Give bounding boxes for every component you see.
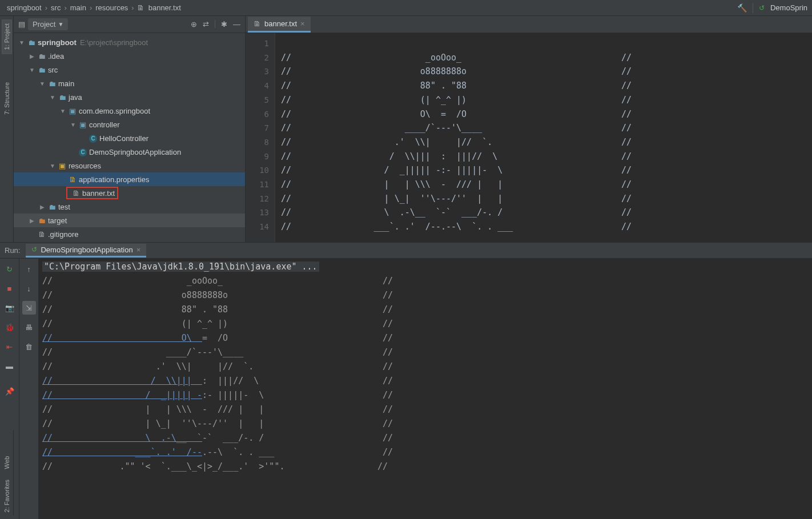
tree-label: springboot [38, 38, 77, 47]
tree-label: HelloController [99, 134, 148, 143]
breadcrumb: springboot › src › main › resources › 🗎 … [0, 0, 812, 16]
tree-arrow[interactable] [18, 39, 25, 46]
tree-label: banner.txt [82, 189, 115, 198]
chevron-down-icon: ▼ [58, 21, 63, 27]
camera-icon[interactable]: 📷 [3, 301, 17, 315]
tree-row[interactable]: CDemoSpringbootApplication [14, 145, 245, 159]
tree-row[interactable]: 🖿src [14, 63, 245, 77]
run-config-name[interactable]: DemoSprin [770, 3, 807, 12]
editor-tab[interactable]: 🗎 banner.txt × [248, 17, 311, 33]
run-config-icon: ↺ [31, 246, 37, 254]
print-icon[interactable]: 🖶 [22, 320, 36, 334]
stop-button[interactable]: ■ [3, 281, 17, 295]
tree-label: .gitignore [48, 230, 78, 239]
tree-label: java [69, 93, 82, 102]
gear-icon[interactable]: ✱ [221, 20, 227, 29]
run-config-icon: ↺ [759, 4, 765, 12]
rerun-button[interactable]: ↻ [3, 262, 17, 276]
project-panel-header: ▤ Project ▼ ⊕ ⇄ ✱ — [14, 16, 245, 33]
tree-arrow[interactable] [29, 53, 35, 59]
run-console[interactable]: "C:\Program Files\Java\jdk1.8.0_191\bin\… [39, 259, 812, 519]
tree-path: E:\project\springboot [80, 38, 148, 47]
project-view-selector[interactable]: Project ▼ [28, 18, 68, 30]
breadcrumb-item[interactable]: src [49, 3, 63, 12]
run-app-name: DemoSpringbootApplication [41, 246, 132, 254]
locate-icon[interactable]: ⊕ [191, 20, 197, 29]
tree-arrow[interactable] [59, 108, 66, 114]
tree-row[interactable]: 🗎.gitignore [14, 227, 245, 241]
breadcrumb-sep: › [63, 3, 67, 12]
editor-tab-label: banner.txt [264, 19, 297, 28]
breadcrumb-item[interactable]: banner.txt [146, 3, 183, 12]
tree-row[interactable]: 🖿main [14, 77, 245, 90]
exit-icon[interactable]: ⇤ [3, 340, 17, 353]
editor-gutter[interactable]: 1234567891011121314 [246, 33, 275, 242]
run-panel: Run: ↺ DemoSpringbootApplication × ↻ ■ 📷… [0, 242, 812, 519]
tree-arrow[interactable] [29, 67, 35, 73]
up-arrow-icon[interactable]: ↑ [22, 262, 36, 276]
breadcrumb-sep: › [44, 3, 49, 12]
tree-row[interactable]: 🖿.idea [14, 49, 245, 63]
project-tree[interactable]: 🖿springbootE:\project\springboot🖿.idea🖿s… [14, 33, 245, 242]
tree-arrow[interactable] [49, 163, 56, 169]
project-panel: ▤ Project ▼ ⊕ ⇄ ✱ — 🖿springbootE:\projec… [14, 16, 246, 242]
file-icon: 🗎 [137, 3, 144, 12]
expand-all-icon[interactable]: ⇄ [203, 20, 209, 29]
close-icon[interactable]: × [136, 246, 141, 254]
editor-area: 🗎 banner.txt × 1234567891011121314 // _o… [246, 16, 812, 242]
tree-arrow[interactable] [49, 94, 56, 100]
toolwindow-tab-project[interactable]: 1: Project [2, 19, 12, 54]
layout-icon[interactable]: ▬ [3, 359, 17, 373]
toolwindow-tab-favorites[interactable]: 2: Favorites [3, 480, 10, 512]
tree-arrow[interactable] [70, 122, 77, 128]
breadcrumb-sep: › [130, 3, 135, 12]
left-bottom-rail: Web 2: Favorites [0, 430, 14, 516]
tree-label: controller [89, 120, 119, 129]
toolwindow-tab-web[interactable]: Web [3, 456, 10, 469]
tree-row[interactable]: 🗎banner.txt [14, 186, 245, 200]
tree-arrow[interactable] [39, 204, 46, 210]
pin-icon[interactable]: 📌 [3, 384, 17, 398]
tree-row[interactable]: ▣resources [14, 159, 245, 172]
run-label: Run: [5, 246, 20, 255]
tree-label: main [58, 79, 74, 88]
tree-row[interactable]: 🖿java [14, 90, 245, 104]
tree-label: .idea [48, 52, 64, 61]
run-toolbar-secondary: ↑ ↓ ⇲ 🖶 🗑 [19, 259, 39, 519]
editor-code[interactable]: // _ooOoo_ // // o8888888o // // 88" . "… [275, 33, 812, 242]
tree-label: target [48, 216, 67, 225]
tree-row[interactable]: 🖿target [14, 214, 245, 227]
breadcrumb-sep: › [89, 3, 93, 12]
tree-label: src [48, 66, 58, 74]
build-icon[interactable]: 🔨 [737, 3, 747, 13]
project-view-icon: ▤ [18, 20, 25, 29]
toolwindow-tab-structure[interactable]: 7: Structure [3, 82, 10, 115]
breadcrumb-item[interactable]: springboot [5, 3, 44, 12]
run-header: Run: ↺ DemoSpringbootApplication × [0, 243, 812, 259]
tree-row[interactable]: 🖿springbootE:\project\springboot [14, 35, 245, 49]
tree-label: test [58, 203, 70, 211]
tree-row[interactable]: CHelloController [14, 131, 245, 145]
tree-arrow[interactable] [29, 218, 35, 224]
file-icon: 🗎 [254, 19, 261, 28]
tree-arrow[interactable] [39, 81, 46, 87]
soft-wrap-icon[interactable]: ⇲ [22, 301, 36, 315]
tree-row[interactable]: ▣com.demo.springboot [14, 104, 245, 118]
debug-icon[interactable]: 🐞 [3, 320, 17, 334]
breadcrumb-item[interactable]: resources [93, 3, 130, 12]
close-icon[interactable]: × [300, 19, 305, 28]
run-tab[interactable]: ↺ DemoSpringbootApplication × [26, 244, 146, 258]
tree-label: DemoSpringbootApplication [89, 148, 181, 156]
tree-label: resources [69, 162, 101, 170]
editor-tabs: 🗎 banner.txt × [246, 16, 812, 33]
down-arrow-icon[interactable]: ↓ [22, 281, 36, 295]
tree-label: com.demo.springboot [79, 107, 150, 115]
tree-row[interactable]: 🖿test [14, 200, 245, 214]
breadcrumb-item[interactable]: main [68, 3, 89, 12]
left-toolwindow-rail: 1: Project 7: Structure [0, 16, 14, 242]
tree-row[interactable]: 🗎application.properties [14, 172, 245, 186]
minimize-icon[interactable]: — [233, 20, 240, 29]
trash-icon[interactable]: 🗑 [22, 340, 36, 353]
tree-label: application.properties [79, 175, 150, 184]
tree-row[interactable]: ▣controller [14, 118, 245, 131]
